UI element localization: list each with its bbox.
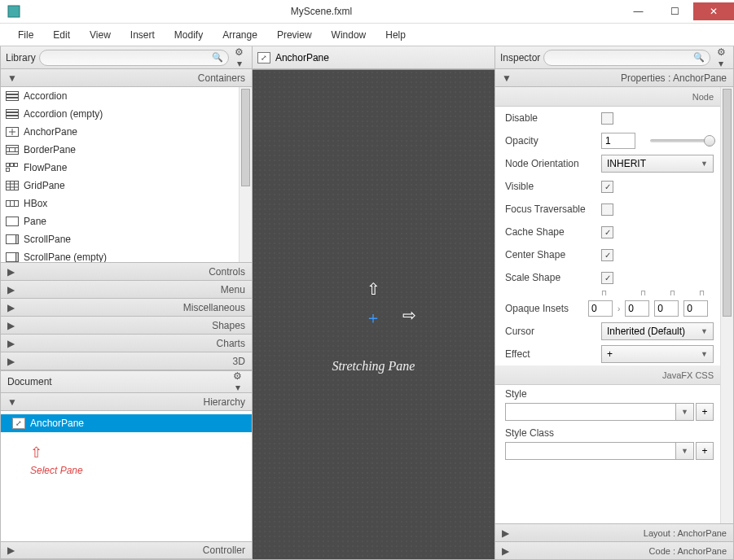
design-canvas[interactable]: ⇧ ＋ ⇨ Stretching Pane — [253, 69, 494, 559]
visible-checkbox[interactable]: ✓ — [601, 181, 613, 193]
style-dropdown[interactable]: ▼ — [676, 403, 694, 421]
menu-help[interactable]: Help — [376, 24, 415, 46]
prop-opaque-insets: Opaque Insets › — [495, 297, 733, 320]
left-panel: Library 🔍 ⚙ ▾ ▼ Containers AccordionAcco… — [1, 46, 253, 559]
chevron-right-icon: ▶ — [502, 527, 512, 539]
library-item-scrollpane[interactable]: ScrollPane — [1, 230, 252, 248]
hierarchy-label: Hierarchy — [17, 396, 245, 408]
window-title: MyScene.fxml — [23, 6, 620, 17]
document-title: Document — [7, 376, 231, 387]
library-item-accordion-empty-[interactable]: Accordion (empty) — [1, 105, 252, 123]
controller-section[interactable]: ▶ Controller — [1, 541, 252, 559]
prop-node-orientation: Node Orientation INHERIT▼ — [495, 152, 733, 175]
menu-preview[interactable]: Preview — [267, 24, 322, 46]
menu-insert[interactable]: Insert — [121, 24, 165, 46]
node-subheader: Node — [495, 87, 733, 107]
inspector-search[interactable]: 🔍 — [543, 50, 710, 66]
library-item-gridpane[interactable]: GridPane — [1, 177, 252, 195]
scrollbar-thumb[interactable] — [723, 89, 732, 317]
menu-edit[interactable]: Edit — [43, 24, 80, 46]
hierarchy-section[interactable]: ▼ Hierarchy — [1, 393, 252, 411]
scrollbar-thumb[interactable] — [241, 89, 250, 186]
menu-arrange[interactable]: Arrange — [213, 24, 267, 46]
section-3d[interactable]: ▶3D — [1, 352, 252, 370]
section-charts[interactable]: ▶Charts — [1, 335, 252, 352]
focus-traversable-checkbox[interactable] — [601, 203, 613, 216]
inspector-scrollbar[interactable] — [720, 87, 733, 523]
style-add-button[interactable]: + — [696, 403, 714, 421]
tree-root-anchorpane[interactable]: ⤢ AnchorPane — [1, 414, 252, 432]
anchorpane-icon: ⤢ — [257, 52, 270, 63]
svg-rect-1 — [7, 92, 19, 94]
javafxcss-subheader: JavaFX CSS — [495, 365, 733, 385]
menu-file[interactable]: File — [8, 24, 43, 46]
section-menu[interactable]: ▶Menu — [1, 281, 252, 299]
library-item-anchorpane[interactable]: AnchorPane — [1, 123, 252, 141]
document-gear-icon[interactable]: ⚙ ▾ — [231, 370, 245, 393]
library-item-scrollpane-empty-[interactable]: ScrollPane (empty) — [1, 248, 252, 263]
library-item-borderpane[interactable]: BorderPane — [1, 141, 252, 159]
menu-view[interactable]: View — [80, 24, 121, 46]
library-scrollbar[interactable] — [239, 87, 252, 262]
library-item-flowpane[interactable]: FlowPane — [1, 159, 252, 177]
section-miscellaneous[interactable]: ▶Miscellaneous — [1, 299, 252, 317]
library-search[interactable]: 🔍 — [39, 50, 229, 66]
canvas-panel: ⤢ AnchorPane ⇧ ＋ ⇨ Stretching Pane — [253, 46, 494, 559]
properties-section[interactable]: ▼ Properties : AnchorPane — [495, 69, 733, 87]
insets-right[interactable] — [625, 300, 649, 317]
close-button[interactable]: ✕ — [693, 2, 734, 20]
opacity-field[interactable] — [601, 133, 635, 149]
chevron-down-icon: ▼ — [7, 72, 17, 84]
library-gear-icon[interactable]: ⚙ ▾ — [232, 46, 247, 69]
inspector-body: Node Disable Opacity Node Orientation IN… — [495, 87, 733, 523]
opacity-slider[interactable] — [650, 139, 714, 142]
library-item-hbox[interactable]: HBox — [1, 195, 252, 212]
stretch-right-icon: ⇨ — [402, 305, 416, 325]
svg-rect-13 — [7, 182, 19, 190]
menu-window[interactable]: Window — [322, 24, 376, 46]
node-orientation-combo[interactable]: INHERIT▼ — [601, 155, 714, 173]
insets-link-marks: ⊓⊓⊓⊓ — [495, 289, 733, 297]
menu-modify[interactable]: Modify — [165, 24, 213, 46]
center-shape-checkbox[interactable]: ✓ — [601, 249, 613, 261]
code-section[interactable]: ▶ Code : AnchorPane — [495, 541, 733, 559]
containers-section[interactable]: ▼ Containers — [1, 69, 252, 87]
slider-knob[interactable] — [704, 135, 715, 147]
effect-combo[interactable]: +▼ — [601, 345, 714, 363]
library-item-accordion[interactable]: Accordion — [1, 87, 252, 105]
disable-checkbox[interactable] — [601, 112, 613, 125]
section-shapes[interactable]: ▶Shapes — [1, 317, 252, 335]
library-item-pane[interactable]: Pane — [1, 212, 252, 230]
style-class-add-button[interactable]: + — [696, 442, 714, 460]
titlebar: MyScene.fxml — ☐ ✕ — [0, 0, 734, 24]
prop-effect: Effect +▼ — [495, 343, 733, 365]
prop-focus-traversable: Focus Traversable — [495, 198, 733, 221]
inspector-gear-icon[interactable]: ⚙ ▾ — [714, 46, 728, 69]
prop-cache-shape: Cache Shape ✓ — [495, 221, 733, 243]
container-icon — [6, 90, 19, 102]
container-icon — [6, 252, 19, 263]
style-class-dropdown[interactable]: ▼ — [676, 442, 694, 460]
layout-section[interactable]: ▶ Layout : AnchorPane — [495, 523, 733, 541]
app-icon — [5, 2, 23, 20]
svg-rect-3 — [7, 98, 19, 101]
style-field[interactable] — [505, 403, 676, 421]
cursor-combo[interactable]: Inherited (Default)▼ — [601, 322, 714, 340]
insets-left[interactable] — [683, 300, 708, 317]
maximize-button[interactable]: ☐ — [657, 2, 693, 20]
container-icon — [6, 180, 19, 191]
chevron-right-icon: ▶ — [7, 302, 17, 313]
insets-bottom[interactable] — [654, 300, 679, 317]
style-class-field[interactable] — [505, 442, 676, 460]
chevron-down-icon: ▼ — [701, 327, 708, 335]
section-controls[interactable]: ▶Controls — [1, 263, 252, 281]
container-icon — [6, 126, 19, 138]
minimize-button[interactable]: — — [620, 2, 657, 20]
svg-rect-6 — [7, 116, 19, 119]
chevron-right-icon: ▶ — [7, 338, 17, 349]
cache-shape-checkbox[interactable]: ✓ — [601, 226, 613, 238]
scale-shape-checkbox[interactable]: ✓ — [601, 272, 613, 284]
container-icon — [6, 234, 19, 245]
search-icon: 🔍 — [693, 52, 705, 63]
insets-top[interactable] — [588, 300, 613, 317]
